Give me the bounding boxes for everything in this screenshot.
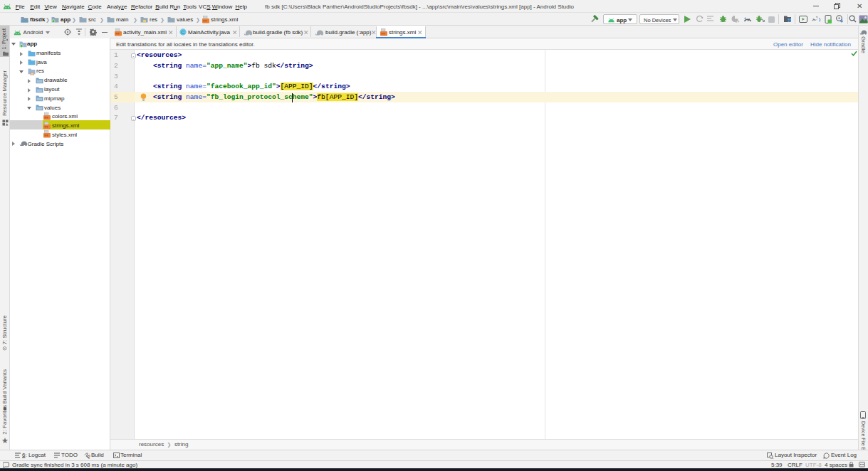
svg-text:C: C — [181, 29, 185, 36]
